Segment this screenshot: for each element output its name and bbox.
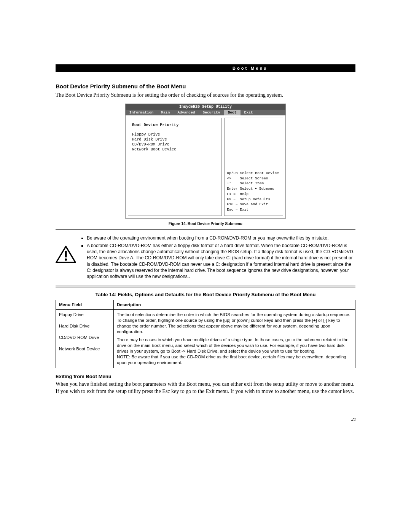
bios-tab: Advanced <box>174 110 199 115</box>
bios-tab: Exit <box>241 110 257 115</box>
table-header-row: Menu Field Description <box>56 300 355 310</box>
svg-rect-1 <box>65 251 67 257</box>
svg-point-2 <box>65 259 67 261</box>
menu-field-cell: Floppy Drive Hard Disk Drive CD/DVD-ROM … <box>56 310 114 368</box>
th-description: Description <box>114 300 355 310</box>
warning-block: Be aware of the operating environment wh… <box>56 235 355 284</box>
warning-bullet: Be aware of the operating environment wh… <box>87 235 355 241</box>
bios-tab-active: Boot <box>224 110 241 115</box>
bios-help-row: EnterSelect ▶ Submenu <box>227 186 280 192</box>
exit-heading: Exiting from Boot Menu <box>56 374 355 379</box>
bios-help-row: <>Select Screen <box>227 176 280 181</box>
divider <box>56 286 355 288</box>
bios-screenshot: InsydeH20 Setup Utility Information Main… <box>125 104 286 219</box>
table-title: Table 14: Fields, Options and Defaults f… <box>56 292 355 297</box>
bios-body: Boot Device Priority Floppy Drive Hard D… <box>126 115 285 218</box>
description-cell: The boot selections determine the order … <box>114 310 355 368</box>
content: Boot Device Priority Submenu of the Boot… <box>56 83 355 395</box>
intro-paragraph: The Boot Device Priority Submenu is for … <box>56 92 355 99</box>
bios-help-row: ↓↑Select Item <box>227 181 280 186</box>
exit-body: When you have finished setting the boot … <box>56 381 355 395</box>
page: Boot Menu Boot Device Priority Submenu o… <box>0 0 411 532</box>
bios-help-row: F10 =Save and Exit <box>227 202 280 207</box>
bios-left-heading: Boot Device Priority <box>132 123 218 127</box>
figure-caption: Figure 14. Boot Device Priority Submenu <box>56 222 355 226</box>
bios-tab: Security <box>199 110 224 115</box>
warning-bullet: A bootable CD-ROM/DVD-ROM has either a f… <box>87 243 355 280</box>
warning-icon <box>56 246 76 265</box>
page-heading: Boot Device Priority Submenu of the Boot… <box>56 83 355 89</box>
bios-boot-item: Hard Disk Drive <box>132 137 218 142</box>
page-number: 21 <box>351 416 356 422</box>
bios-help-row: F1 =Help <box>227 192 280 197</box>
bios-boot-item: CD/DVD-ROM Drive <box>132 142 218 147</box>
bios-left-pane: Boot Device Priority Floppy Drive Hard D… <box>128 118 222 216</box>
warning-text: Be aware of the operating environment wh… <box>81 235 355 281</box>
table-row: Floppy Drive Hard Disk Drive CD/DVD-ROM … <box>56 310 355 368</box>
bios-tab: Information <box>126 110 157 115</box>
bios-help-row: F9 =Setup Defaults <box>227 197 280 202</box>
bios-boot-item: Floppy Drive <box>132 133 218 137</box>
th-menu-field: Menu Field <box>56 300 114 310</box>
divider <box>56 229 355 231</box>
fields-table: Menu Field Description Floppy Drive Hard… <box>56 300 355 368</box>
bios-tabs: Information Main Advanced Security Boot … <box>126 110 285 115</box>
bios-help-pane: Up/Dn Select Boot Device <>Select Screen… <box>224 118 283 216</box>
bios-tab: Main <box>157 110 174 115</box>
section-header-text: Boot Menu <box>233 66 268 70</box>
bios-boot-item: Network Boot Device <box>132 147 218 152</box>
bios-help-row: Up/Dn Select Boot Device <box>227 171 280 176</box>
bios-help-row: Esc =Exit <box>227 207 280 212</box>
bios-title: InsydeH20 Setup Utility <box>126 104 285 110</box>
section-header-bar: Boot Menu <box>56 64 355 72</box>
